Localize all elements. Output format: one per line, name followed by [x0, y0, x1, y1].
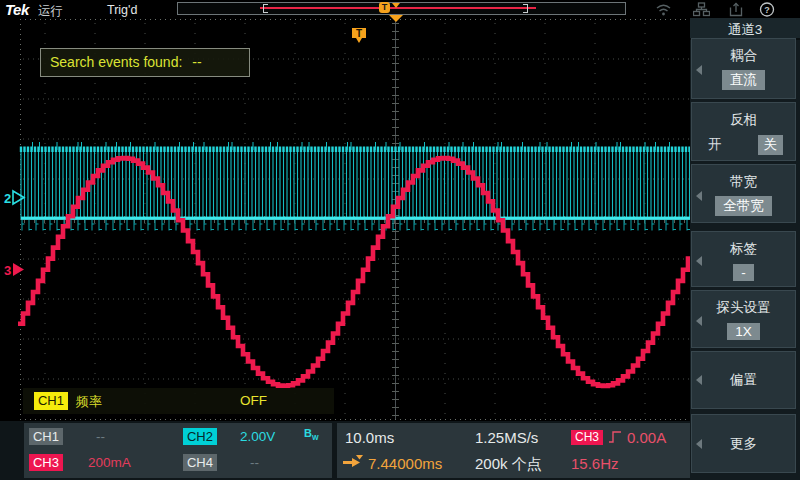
sample-rate: 1.25MS/s [475, 429, 538, 446]
record-length: 200k 个点 [475, 455, 542, 474]
ch1-badge[interactable]: CH1 [29, 428, 63, 445]
ch3-marker-label: 3 [4, 263, 11, 278]
ch3-ground-marker-icon [13, 263, 24, 276]
status-bar: CH1 -- CH2 2.00V BW CH3 200mA CH4 -- 10.… [0, 421, 800, 480]
search-events-banner: Search events found:-- [40, 48, 250, 77]
ch1-scale: -- [96, 429, 105, 444]
expansion-point-icon [389, 15, 403, 22]
ch2-marker-label: 2 [4, 191, 11, 206]
window-end-bracket [523, 4, 528, 13]
acquisition-status: 运行 [38, 3, 63, 20]
label-value: - [733, 264, 754, 281]
trigger-level: 0.00A [627, 429, 666, 446]
trigger-status: Trig'd [107, 3, 137, 17]
chevron-left-icon [696, 191, 702, 201]
menu-item-probe-setup[interactable]: 探头设置 1X [691, 290, 796, 348]
chevron-left-icon [696, 256, 702, 266]
ch2-undershoot-ticks [22, 224, 690, 230]
trigger-slope-icon [608, 429, 623, 445]
wifi-icon [655, 2, 672, 17]
probe-setup-label: 探头设置 [692, 299, 795, 317]
horizontal-scale: 10.0ms [345, 429, 394, 446]
chevron-left-icon [696, 375, 702, 385]
invert-on-option[interactable]: 开 [708, 136, 722, 154]
horizontal-delay-icon [343, 455, 365, 470]
search-events-count: -- [192, 54, 201, 70]
ch2-waveform-tops [21, 147, 690, 153]
label-label: 标签 [692, 240, 795, 258]
bandwidth-value: 全带宽 [715, 196, 772, 216]
ch3-scale: 200mA [88, 455, 131, 470]
ch2-bandwidth-limit-icon: BW [304, 427, 319, 441]
ch2-badge[interactable]: CH2 [183, 428, 217, 445]
chevron-left-icon [696, 316, 702, 326]
probe-setup-value: 1X [727, 323, 760, 340]
trigger-position-bubble: T [379, 2, 390, 13]
ch2-scale: 2.00V [240, 429, 275, 444]
measurement-bar[interactable]: CH1 频率 OFF [23, 388, 334, 414]
window-start-bracket [263, 4, 268, 13]
ch4-badge[interactable]: CH4 [183, 454, 217, 471]
menu-item-offset[interactable]: 偏置 [691, 351, 796, 409]
chevron-left-icon [696, 439, 702, 449]
oscilloscope-screen: 23T Tek 运行 Trig'd T ? Search events foun… [0, 0, 800, 480]
menu-item-invert[interactable]: 反相 开 关 [691, 102, 796, 161]
trigger-frequency: 15.6Hz [571, 455, 619, 472]
tek-logo: Tek [5, 1, 29, 18]
coupling-label: 耦合 [692, 47, 795, 65]
menu-item-label[interactable]: 标签 - [691, 231, 796, 287]
channel-status-panel: CH1 -- CH2 2.00V BW CH3 200mA CH4 -- [24, 423, 332, 478]
network-icon [693, 2, 710, 17]
measurement-type: 频率 [76, 393, 102, 411]
help-icon[interactable]: ? [759, 2, 776, 17]
menu-item-more[interactable]: 更多 [691, 414, 796, 473]
ch2-baseline [21, 217, 692, 220]
search-events-label: Search events found: [50, 54, 182, 70]
side-menu-channel3: 通道3 耦合 直流 反相 开 关 带宽 全带宽 标签 - 探头设置 1X [690, 18, 800, 480]
measurement-value: OFF [240, 393, 267, 408]
horizontal-delay: 7.44000ms [368, 455, 442, 472]
measurement-channel-badge: CH1 [34, 392, 68, 410]
chevron-left-icon [696, 65, 702, 75]
more-label: 更多 [730, 435, 757, 453]
trigger-source-badge: CH3 [571, 430, 603, 445]
ch3-badge[interactable]: CH3 [29, 454, 63, 471]
ch4-scale: -- [250, 455, 259, 470]
save-export-icon[interactable] [729, 2, 746, 17]
horizontal-trigger-panel: 10.0ms 1.25MS/s CH3 0.00A 7.44000ms 200k… [337, 423, 691, 478]
record-marker-triangle-icon [392, 3, 400, 8]
svg-text:?: ? [764, 5, 770, 15]
menu-item-bandwidth[interactable]: 带宽 全带宽 [691, 164, 796, 223]
offset-label: 偏置 [730, 371, 757, 389]
ch2-ground-marker-icon [13, 191, 24, 204]
bandwidth-label: 带宽 [692, 173, 795, 191]
coupling-value: 直流 [722, 70, 765, 90]
invert-off-option[interactable]: 关 [758, 135, 784, 155]
record-view-bar: T [177, 2, 626, 15]
invert-label: 反相 [692, 111, 795, 129]
menu-item-coupling[interactable]: 耦合 直流 [691, 38, 796, 99]
side-menu-title: 通道3 [690, 18, 800, 40]
trigger-flag-label: T [356, 28, 362, 39]
